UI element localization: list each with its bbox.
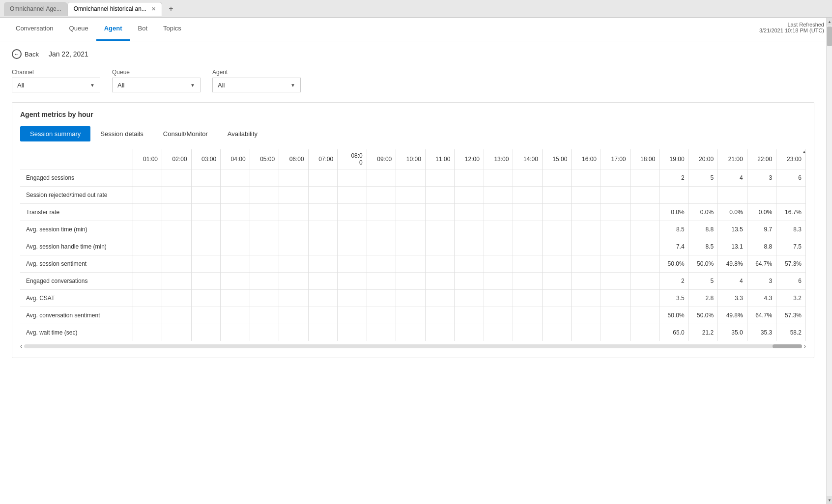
metric-value [572, 273, 601, 290]
scroll-up-arrow[interactable]: ▲ [802, 149, 806, 154]
metric-value [542, 238, 572, 255]
agent-filter-select[interactable]: All ▼ [212, 78, 301, 92]
metric-value [572, 324, 601, 341]
scroll-right-arrow[interactable]: › [804, 343, 806, 350]
metric-value: 50.0% [689, 307, 718, 324]
metric-value [367, 204, 396, 221]
metric-value [221, 169, 250, 187]
metric-name: Avg. conversation sentiment [20, 307, 133, 324]
scroll-track[interactable] [24, 344, 802, 348]
metric-value [338, 290, 367, 307]
browser-tab-1[interactable]: Omnichannel Age... [4, 2, 67, 16]
metric-value [162, 204, 192, 221]
metric-value [396, 204, 426, 221]
nav-item-topics[interactable]: Topics [155, 17, 189, 41]
nav-item-conversation[interactable]: Conversation [8, 17, 61, 41]
hour-03: 03:00 [191, 149, 221, 169]
metric-value [250, 238, 279, 255]
metric-value: 64.7% [747, 307, 776, 324]
metric-value [221, 238, 250, 255]
metric-value [396, 324, 426, 341]
metric-value [279, 221, 309, 238]
metric-value [396, 255, 426, 273]
metric-value [338, 307, 367, 324]
sub-tab-availability[interactable]: Availability [218, 126, 267, 141]
scroll-up-button[interactable]: ▲ [827, 18, 832, 26]
metric-value [279, 307, 309, 324]
metric-value [308, 204, 338, 221]
browser-tab-2[interactable]: Omnichannel historical an... ✕ [67, 2, 162, 16]
metric-value [396, 290, 426, 307]
tab-1-label: Omnichannel Age... [10, 5, 61, 12]
metric-value [162, 169, 192, 187]
metric-value: 2.8 [689, 290, 718, 307]
metric-name: Avg. wait time (sec) [20, 324, 133, 341]
main-content: ← Back Jan 22, 2021 Channel All ▼ Queue … [0, 41, 832, 366]
metric-value: 49.8% [718, 255, 747, 273]
metric-value: 5 [689, 169, 718, 187]
nav-item-queue[interactable]: Queue [61, 17, 96, 41]
metric-value [484, 324, 513, 341]
metric-name: Avg. session handle time (min) [20, 238, 133, 255]
metric-value: 8.8 [747, 238, 776, 255]
metric-value [221, 307, 250, 324]
horizontal-scroll-area: ‹ › [20, 343, 806, 350]
metric-value [133, 324, 162, 341]
metric-value [484, 204, 513, 221]
sub-tab-consult-monitor[interactable]: Consult/Monitor [153, 126, 218, 141]
metric-value [191, 307, 221, 324]
close-icon[interactable]: ✕ [151, 6, 156, 12]
scroll-left-arrow[interactable]: ‹ [20, 343, 22, 350]
metrics-table-wrapper: 01:00 02:00 03:00 04:00 05:00 06:00 07:0… [20, 149, 806, 350]
metric-value [308, 187, 338, 204]
sub-tab-session-details[interactable]: Session details [90, 126, 153, 141]
hour-01: 01:00 [133, 149, 162, 169]
hour-20: 20:00 [689, 149, 718, 169]
app-container: Conversation Queue Agent Bot Topics Last… [0, 18, 832, 504]
metrics-tbody: Engaged sessions25436Session rejected/ti… [20, 169, 806, 341]
metric-value [367, 221, 396, 238]
table-row: Avg. session handle time (min)7.48.513.1… [20, 238, 806, 255]
table-row: Avg. CSAT3.52.83.34.33.2 [20, 290, 806, 307]
metric-value [221, 221, 250, 238]
scroll-down-button[interactable]: ▼ [827, 496, 832, 504]
nav-item-agent[interactable]: Agent [96, 17, 130, 41]
metric-value [425, 255, 455, 273]
metric-value [572, 307, 601, 324]
metric-value [513, 204, 543, 221]
metric-value [630, 187, 660, 204]
metric-value [718, 187, 747, 204]
metric-value [133, 238, 162, 255]
channel-filter-select[interactable]: All ▼ [12, 78, 100, 92]
metric-value [162, 187, 192, 204]
metric-value [630, 238, 660, 255]
metric-value [367, 169, 396, 187]
queue-filter-group: Queue All ▼ [112, 69, 201, 92]
hour-18: 18:00 [630, 149, 660, 169]
date-label: Jan 22, 2021 [49, 50, 88, 58]
metric-value [513, 169, 543, 187]
hour-16: 16:00 [572, 149, 601, 169]
metric-value [455, 204, 484, 221]
metric-value [630, 307, 660, 324]
metric-value [660, 187, 689, 204]
nav-item-bot[interactable]: Bot [130, 17, 156, 41]
metric-value [542, 255, 572, 273]
back-button[interactable]: ← Back [12, 49, 39, 59]
metric-value [221, 324, 250, 341]
metric-value [484, 187, 513, 204]
queue-filter-select[interactable]: All ▼ [112, 78, 201, 92]
metric-value [133, 290, 162, 307]
metric-value: 0.0% [660, 204, 689, 221]
add-tab-button[interactable]: + [164, 2, 178, 16]
metric-value [191, 169, 221, 187]
back-icon: ← [12, 49, 22, 59]
hour-11: 11:00 [425, 149, 455, 169]
hour-07: 07:00 [308, 149, 338, 169]
metric-value [513, 238, 543, 255]
metric-value: 65.0 [660, 324, 689, 341]
agent-filter-group: Agent All ▼ [212, 69, 301, 92]
sub-tab-session-summary[interactable]: Session summary [20, 126, 90, 141]
hour-06: 06:00 [279, 149, 309, 169]
metric-value [542, 221, 572, 238]
